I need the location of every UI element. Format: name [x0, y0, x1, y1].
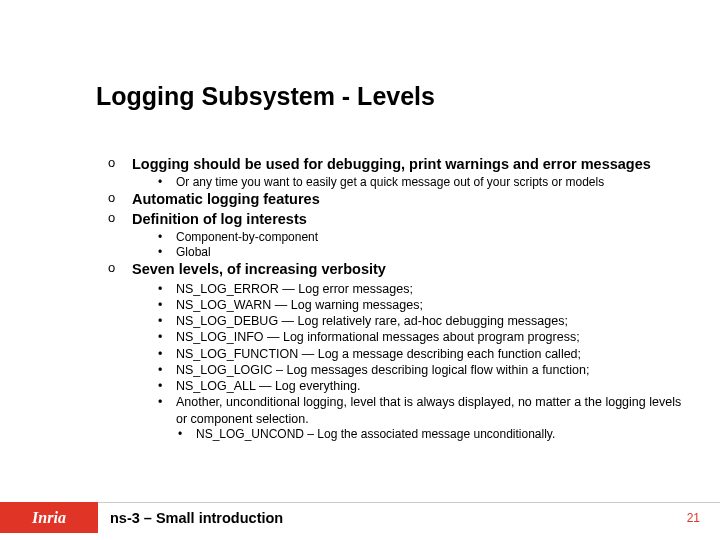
sub-item: •NS_LOG_DEBUG — Log relatively rare, ad-…: [158, 313, 690, 329]
sub-text: NS_LOG_FUNCTION — Log a message describi…: [176, 346, 581, 362]
sub-item: •NS_LOG_LOGIC – Log messages describing …: [158, 362, 690, 378]
sub-item: •NS_LOG_WARN — Log warning messages;: [158, 297, 690, 313]
subsub-text: NS_LOG_UNCOND – Log the associated messa…: [196, 427, 555, 442]
bullet-dot: •: [158, 313, 176, 329]
logo-bar: Inria: [0, 502, 98, 533]
sub-item: •NS_LOG_FUNCTION — Log a message describ…: [158, 346, 690, 362]
item-text: Logging should be used for debugging, pr…: [132, 155, 690, 173]
sub-item: • Global: [158, 245, 690, 260]
footer-title: ns-3 – Small introduction: [110, 510, 283, 526]
bullet-dot: •: [158, 281, 176, 297]
divider: [98, 502, 720, 503]
bullet-dot: •: [158, 297, 176, 313]
bullet-dot: •: [158, 245, 176, 260]
sub-item: • Or any time you want to easily get a q…: [158, 175, 690, 190]
sub-text: Or any time you want to easily get a qui…: [176, 175, 604, 190]
logo-text: Inria: [32, 509, 66, 527]
item-text: Seven levels, of increasing verbosity: [132, 260, 690, 278]
sub-text: NS_LOG_WARN — Log warning messages;: [176, 297, 423, 313]
slide-content: o Logging should be used for debugging, …: [108, 155, 690, 442]
bullet-dot: •: [158, 362, 176, 378]
bullet-dot: •: [158, 175, 176, 190]
bullet-dot: •: [158, 394, 176, 427]
item-text: Definition of log interests: [132, 210, 690, 228]
footer: Inria ns-3 – Small introduction 21: [0, 490, 720, 540]
sub-text: Component-by-component: [176, 230, 318, 245]
sub-item: •NS_LOG_INFO — Log informational message…: [158, 329, 690, 345]
bullet-dot: •: [158, 230, 176, 245]
sub-item: • Component-by-component: [158, 230, 690, 245]
bullet-o: o: [108, 190, 132, 208]
sub-text: Global: [176, 245, 211, 260]
sub-text: NS_LOG_DEBUG — Log relatively rare, ad-h…: [176, 313, 568, 329]
page-number: 21: [687, 511, 700, 525]
sub-item: •NS_LOG_ALL — Log everything.: [158, 378, 690, 394]
list-item: o Logging should be used for debugging, …: [108, 155, 690, 173]
bullet-dot: •: [158, 346, 176, 362]
subsub-item: •NS_LOG_UNCOND – Log the associated mess…: [178, 427, 690, 442]
bullet-dot: •: [158, 378, 176, 394]
sub-text: NS_LOG_INFO — Log informational messages…: [176, 329, 580, 345]
sub-text: NS_LOG_ALL — Log everything.: [176, 378, 360, 394]
list-item: o Seven levels, of increasing verbosity: [108, 260, 690, 278]
slide-title: Logging Subsystem - Levels: [96, 82, 435, 111]
item-text: Automatic logging features: [132, 190, 690, 208]
sub-text: NS_LOG_ERROR — Log error messages;: [176, 281, 413, 297]
list-item: o Automatic logging features: [108, 190, 690, 208]
sub-text: NS_LOG_LOGIC – Log messages describing l…: [176, 362, 589, 378]
bullet-o: o: [108, 155, 132, 173]
bullet-o: o: [108, 260, 132, 278]
bullet-dot: •: [178, 427, 196, 442]
sub-item: •NS_LOG_ERROR — Log error messages;: [158, 281, 690, 297]
list-item: o Definition of log interests: [108, 210, 690, 228]
sub-item: •Another, unconditional logging, level t…: [158, 394, 690, 427]
sub-text: Another, unconditional logging, level th…: [176, 394, 690, 427]
slide: Logging Subsystem - Levels o Logging sho…: [0, 0, 720, 540]
bullet-o: o: [108, 210, 132, 228]
bullet-dot: •: [158, 329, 176, 345]
